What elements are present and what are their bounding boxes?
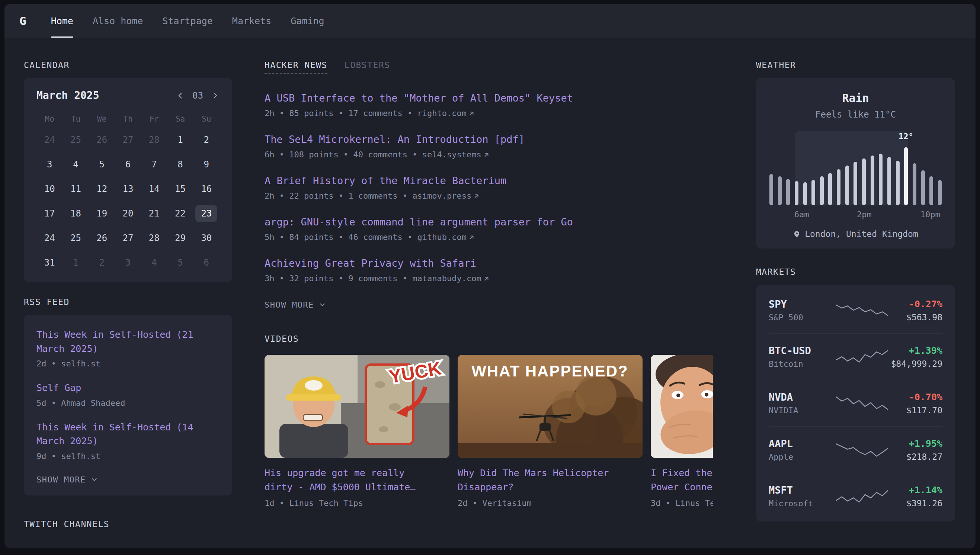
- news-item-source[interactable]: matanabudy.com: [412, 274, 490, 283]
- calendar-controls: 03: [176, 90, 220, 101]
- market-info: MSFTMicrosoft: [769, 484, 836, 508]
- calendar-day[interactable]: 3: [115, 250, 141, 275]
- news-item-title[interactable]: Achieving Great Privacy with Safari: [265, 257, 713, 269]
- calendar-day-number: 3: [120, 254, 136, 271]
- calendar-day[interactable]: 8: [167, 152, 193, 177]
- calendar-day[interactable]: 6: [194, 250, 220, 275]
- calendar-day[interactable]: 2: [89, 250, 115, 275]
- calendar-weekday: Fr: [141, 111, 167, 128]
- calendar-day[interactable]: 27: [115, 128, 141, 152]
- calendar-day-number: 17: [39, 205, 61, 222]
- calendar-day[interactable]: 1: [63, 250, 88, 275]
- weather-bar: [896, 161, 900, 205]
- calendar-day[interactable]: 24: [37, 128, 63, 152]
- rss-show-more-button[interactable]: SHOW MORE: [37, 475, 98, 484]
- calendar-day[interactable]: 27: [115, 226, 141, 250]
- calendar-day[interactable]: 11: [63, 177, 88, 201]
- calendar-day[interactable]: 28: [141, 226, 167, 250]
- calendar-day[interactable]: 29: [167, 226, 193, 250]
- calendar-day[interactable]: 12: [89, 177, 115, 201]
- market-change: +1.14%: [889, 485, 942, 496]
- calendar-day[interactable]: 19: [89, 201, 115, 226]
- news-feed-tabs: HACKER NEWSLOBSTERS: [265, 60, 713, 74]
- news-item-source[interactable]: righto.com: [417, 109, 475, 118]
- calendar-day[interactable]: 7: [141, 152, 167, 177]
- video-thumbnail[interactable]: DO T T: [651, 355, 713, 458]
- market-row[interactable]: NVDANVIDIA-0.70%$117.70: [769, 380, 942, 426]
- video-title[interactable]: His upgrade got me really dirty - AMD $5…: [265, 466, 449, 494]
- market-symbol: MSFT: [769, 484, 836, 496]
- video-card: WHAT HAPPENED? Why Did The Mars Helicopt…: [458, 355, 643, 508]
- market-row[interactable]: AAPLApple+1.95%$218.27: [769, 426, 942, 473]
- market-values: +1.95%$218.27: [889, 438, 942, 462]
- calendar-day[interactable]: 15: [167, 177, 193, 201]
- calendar-day[interactable]: 5: [167, 250, 193, 275]
- news-show-more-button[interactable]: SHOW MORE: [265, 300, 326, 310]
- video-title[interactable]: I Fixed the 5 Power Connect: [651, 466, 713, 494]
- feed-tab-hacker-news[interactable]: HACKER NEWS: [265, 60, 327, 74]
- calendar-day[interactable]: 14: [141, 177, 167, 201]
- video-thumbnail[interactable]: WHAT HAPPENED?: [458, 355, 643, 458]
- news-item-source[interactable]: asimov.press: [412, 191, 480, 201]
- rss-item: This Week in Self-Hosted (14 March 2025)…: [37, 420, 220, 461]
- calendar-day[interactable]: 25: [63, 226, 88, 250]
- calendar-day[interactable]: 18: [63, 201, 88, 226]
- calendar-day[interactable]: 6: [115, 152, 141, 177]
- rss-item-title[interactable]: This Week in Self-Hosted (14 March 2025): [37, 420, 220, 448]
- calendar-day[interactable]: 22: [167, 201, 193, 226]
- calendar-day[interactable]: 21: [141, 201, 167, 226]
- calendar-day[interactable]: 26: [89, 128, 115, 152]
- market-row[interactable]: MSFTMicrosoft+1.14%$391.26: [769, 473, 942, 519]
- feed-tab-lobsters[interactable]: LOBSTERS: [345, 60, 390, 70]
- news-item-title[interactable]: A Brief History of the Miracle Bacterium: [265, 175, 713, 186]
- market-row[interactable]: BTC-USDBitcoin+1.39%$84,999.29: [769, 333, 942, 380]
- calendar-day[interactable]: 4: [141, 250, 167, 275]
- market-price: $391.26: [889, 499, 942, 508]
- calendar-day[interactable]: 28: [141, 128, 167, 152]
- weather-bar: [770, 174, 773, 205]
- videos-section-title: VIDEOS: [265, 334, 713, 344]
- calendar-day[interactable]: 17: [37, 201, 63, 226]
- calendar-day-number: 18: [65, 205, 87, 222]
- calendar-day[interactable]: 5: [89, 152, 115, 177]
- video-title[interactable]: Why Did The Mars Helicopter Disappear?: [458, 466, 643, 494]
- calendar-day[interactable]: 31: [37, 250, 63, 275]
- calendar-day[interactable]: 13: [115, 177, 141, 201]
- calendar-day[interactable]: 26: [89, 226, 115, 250]
- calendar-day-today[interactable]: 23: [194, 201, 220, 226]
- calendar-day[interactable]: 20: [115, 201, 141, 226]
- nav-tab-also-home[interactable]: Also home: [93, 4, 143, 38]
- calendar-prev-icon[interactable]: [176, 91, 185, 100]
- calendar-day[interactable]: 3: [37, 152, 63, 177]
- calendar-day[interactable]: 10: [37, 177, 63, 201]
- calendar-day[interactable]: 9: [194, 152, 220, 177]
- nav-tab-markets[interactable]: Markets: [232, 4, 271, 38]
- rss-item-title[interactable]: Self Gap: [37, 381, 220, 395]
- weather-bar: [828, 173, 832, 205]
- nav-tab-gaming[interactable]: Gaming: [290, 4, 324, 38]
- market-row[interactable]: SPYS&P 500-0.27%$563.98: [769, 287, 942, 333]
- calendar-day-number: 24: [39, 131, 61, 148]
- rss-item-title[interactable]: This Week in Self-Hosted (21 March 2025): [37, 328, 220, 356]
- calendar-day[interactable]: 4: [63, 152, 88, 177]
- weather-location-row: London, United Kingdom: [769, 229, 942, 239]
- calendar-day[interactable]: 30: [194, 226, 220, 250]
- news-item-title[interactable]: A USB Interface to the "Mother of All De…: [265, 92, 713, 104]
- calendar-day[interactable]: 1: [167, 128, 193, 152]
- calendar-next-icon[interactable]: [210, 91, 220, 100]
- calendar-day[interactable]: 25: [63, 128, 88, 152]
- calendar-day[interactable]: 2: [194, 128, 220, 152]
- video-thumbnail[interactable]: YUCK: [265, 355, 449, 458]
- rss-section-title: RSS FEED: [24, 297, 232, 307]
- markets-section-title: MARKETS: [756, 267, 955, 277]
- news-item-title[interactable]: The SeL4 Microkernel: An Introduction [p…: [265, 133, 713, 145]
- news-item-source[interactable]: github.com: [417, 233, 475, 242]
- news-item-source[interactable]: sel4.systems: [422, 150, 490, 159]
- nav-tab-home[interactable]: Home: [51, 4, 73, 38]
- news-item-title[interactable]: argp: GNU-style command line argument pa…: [265, 216, 713, 228]
- rss-list: This Week in Self-Hosted (21 March 2025)…: [37, 328, 220, 461]
- calendar-day[interactable]: 24: [37, 226, 63, 250]
- app-logo[interactable]: G: [19, 4, 26, 38]
- nav-tab-startpage[interactable]: Startpage: [162, 4, 212, 38]
- calendar-day[interactable]: 16: [194, 177, 220, 201]
